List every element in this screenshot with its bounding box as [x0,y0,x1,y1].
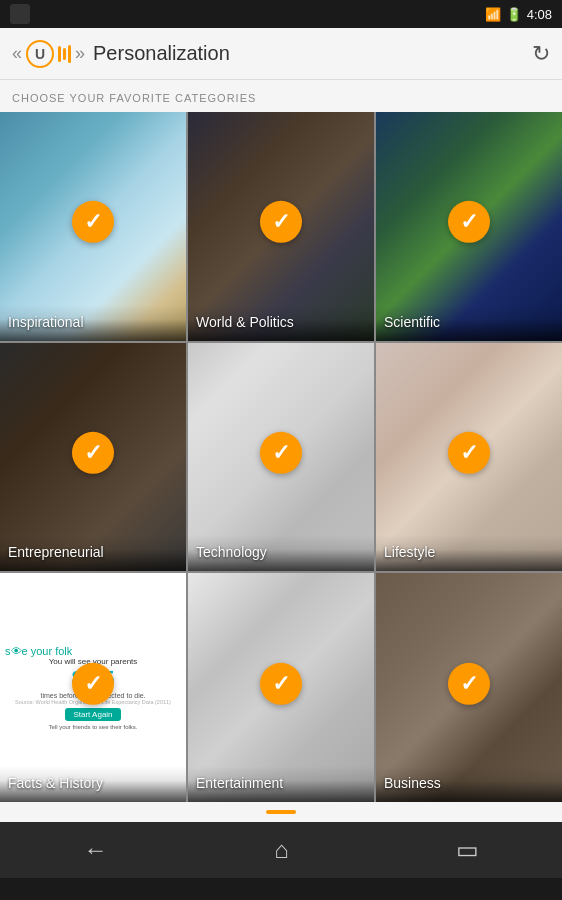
checkmark-entertainment [260,662,302,704]
category-tile-inspirational[interactable]: Inspirational [0,112,186,341]
tile-label-lifestyle: Lifestyle [384,544,435,560]
tile-overlay-inspirational: Inspirational [0,305,186,341]
tile-overlay-business: Business [376,766,562,802]
category-tile-scientific[interactable]: Scientific [376,112,562,341]
tile-label-technology: Technology [196,544,267,560]
facts-see-row: s 👁 e your folk [5,645,181,657]
checkmark-lifestyle [448,432,490,474]
status-right: 📶 🔋 4:08 [485,7,552,22]
categories-grid: Inspirational World & Politics Scientifi… [0,112,562,802]
facts-see-rest: e your folk [22,645,73,657]
nav-bar: ← ⌂ ▭ [0,822,562,878]
top-bar: « » Personalization ↻ [0,28,562,80]
tile-overlay-entertainment: Entertainment [188,766,374,802]
tile-label-scientific: Scientific [384,314,440,330]
status-app-icon [10,4,30,24]
checkmark-factshistory [72,662,114,704]
tile-label-entertainment: Entertainment [196,775,283,791]
tile-overlay-scientific: Scientific [376,305,562,341]
top-bar-left: « » Personalization [12,40,230,68]
tile-label-worldpolitics: World & Politics [196,314,294,330]
logo-bracket-left: « [12,43,22,64]
category-tile-entrepreneurial[interactable]: Entrepreneurial [0,343,186,572]
tile-label-entrepreneurial: Entrepreneurial [8,544,104,560]
checkmark-technology [260,432,302,474]
checkmark-inspirational [72,201,114,243]
tile-label-business: Business [384,775,441,791]
logo-wave-1 [58,46,61,62]
tile-overlay-lifestyle: Lifestyle [376,535,562,571]
app-icon [10,4,30,24]
refresh-button[interactable]: ↻ [532,41,550,67]
dot-indicator [266,810,296,814]
subtitle-bar: CHOOSE YOUR FAVORITE CATEGORIES [0,80,562,112]
category-tile-factshistory[interactable]: s 👁 e your folk You will see your parent… [0,573,186,802]
page-title: Personalization [93,42,230,65]
nav-back-button[interactable]: ← [63,828,127,872]
logo-waves [58,45,71,63]
nav-recent-button[interactable]: ▭ [436,828,499,872]
facts-start-again-btn[interactable]: Start Again [65,708,120,721]
nav-home-button[interactable]: ⌂ [254,828,309,872]
logo-u-circle [26,40,54,68]
tile-overlay-worldpolitics: World & Politics [188,305,374,341]
status-bar: 📶 🔋 4:08 [0,0,562,28]
logo-bracket-right: » [75,43,85,64]
logo-wave-2 [63,48,66,60]
logo-wave-3 [68,45,71,63]
page-indicator [0,802,562,822]
facts-eye: 👁 [11,645,22,657]
tile-overlay-entrepreneurial: Entrepreneurial [0,535,186,571]
category-tile-technology[interactable]: Technology [188,343,374,572]
checkmark-entrepreneurial [72,432,114,474]
subtitle-text: CHOOSE YOUR FAVORITE CATEGORIES [12,92,256,104]
tile-overlay-factshistory: Facts & History [0,766,186,802]
category-tile-lifestyle[interactable]: Lifestyle [376,343,562,572]
wifi-icon: 📶 [485,7,501,22]
battery-icon: 🔋 [506,7,522,22]
tile-label-factshistory: Facts & History [8,775,103,791]
app-logo: « » [12,40,85,68]
checkmark-worldpolitics [260,201,302,243]
category-tile-entertainment[interactable]: Entertainment [188,573,374,802]
category-tile-worldpolitics[interactable]: World & Politics [188,112,374,341]
facts-social: Tell your friends to see their folks. [48,724,137,730]
checkmark-business [448,662,490,704]
category-tile-business[interactable]: Business [376,573,562,802]
checkmark-scientific [448,201,490,243]
tile-label-inspirational: Inspirational [8,314,84,330]
status-time: 4:08 [527,7,552,22]
tile-overlay-technology: Technology [188,535,374,571]
